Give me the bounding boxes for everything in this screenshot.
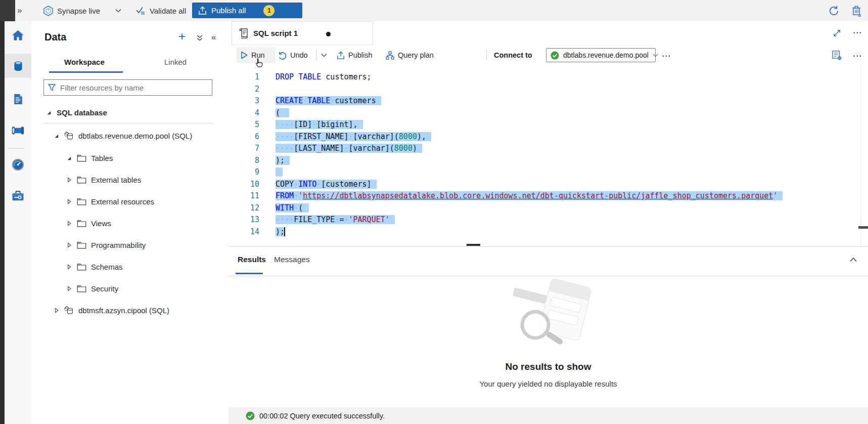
line-number: 11	[229, 190, 259, 202]
expand-arrow-icon[interactable]	[65, 286, 73, 291]
trash-icon[interactable]	[851, 0, 862, 21]
database-icon	[62, 306, 75, 315]
run-button[interactable]: Run	[241, 46, 265, 65]
toolbar-more-icon[interactable]: •••	[662, 54, 671, 59]
line-number: 3	[229, 95, 259, 107]
code-editor[interactable]: 1DROP TABLE customers;23CREATE·TABLE·cus…	[229, 65, 868, 246]
toolbar-overflow-icon[interactable]: •••	[853, 54, 862, 59]
tab-more-icon[interactable]: •••	[853, 30, 862, 35]
editor-scrollbar-track	[861, 65, 861, 246]
rail-item-monitor[interactable]	[5, 152, 31, 177]
connection-dropdown[interactable]: dbtlabs.revenue.demo.pool	[546, 48, 656, 62]
selection-highlight: ····[LAST_NAME]·[varchar](8000)	[276, 144, 422, 153]
code-line-8[interactable]: 8);	[229, 155, 868, 167]
validate-all-label: Validate all	[150, 7, 186, 15]
tree-item-dbtmsft-azsyn-cipool-sql[interactable]: dbtmsft.azsyn.cipool (SQL)	[31, 303, 248, 318]
expand-menu-icon[interactable]: »	[17, 0, 22, 21]
tree-item-security[interactable]: Security	[31, 281, 261, 296]
rail-item-integrate[interactable]	[5, 118, 31, 143]
tree-divider	[43, 123, 213, 123]
expand-arrow-icon[interactable]	[52, 308, 60, 313]
tree-item-external-tables[interactable]: External tables	[31, 172, 261, 187]
expand-arrow-icon[interactable]	[65, 221, 73, 226]
tree-item-schemas[interactable]: Schemas	[31, 259, 261, 274]
code-line-3[interactable]: 3CREATE·TABLE·customers	[229, 95, 868, 107]
query-plan-button[interactable]: Query plan	[386, 46, 434, 65]
expand-arrow-icon[interactable]	[65, 264, 73, 270]
gauge-icon	[11, 158, 25, 172]
status-bar: 00:00:02 Query executed successfully.	[229, 407, 868, 424]
window-corner-block	[0, 0, 15, 21]
publish-button[interactable]: Publish	[337, 46, 373, 65]
code-line-14[interactable]: 14);	[229, 226, 868, 238]
code-line-7[interactable]: 7····[LAST_NAME]·[varchar](8000)	[229, 143, 868, 155]
code-line-1[interactable]: 1DROP TABLE customers;	[229, 71, 868, 83]
folder-icon	[75, 263, 88, 271]
collapse-arrow-icon[interactable]	[52, 133, 60, 139]
code-line-9[interactable]: 9	[229, 166, 868, 179]
splitter-grip[interactable]	[467, 244, 480, 246]
text-cursor	[284, 227, 285, 236]
expand-editor-icon[interactable]	[833, 29, 841, 37]
empty-results-subtitle: Your query yielded no displayable result…	[229, 379, 868, 388]
collapse-arrow-icon[interactable]	[44, 110, 53, 115]
refresh-icon[interactable]	[828, 0, 840, 21]
tree-item-label: Tables	[91, 154, 113, 162]
editor-scrollbar-thumb[interactable]	[858, 226, 868, 229]
tab-messages[interactable]: Messages	[274, 255, 310, 264]
line-number: 10	[229, 179, 259, 191]
tree-item-tables[interactable]: Tables	[31, 150, 261, 165]
code-line-12[interactable]: 12WITH·(	[229, 202, 868, 215]
undo-dropdown-chevron[interactable]	[321, 46, 327, 65]
tree-item-views[interactable]: Views	[31, 216, 261, 231]
rail-item-home[interactable]	[5, 23, 31, 48]
status-message: 00:00:02 Query executed successfully.	[259, 412, 385, 420]
selection-highlight: FROM·'https://dbtlabsynapsedatalake.blob…	[276, 191, 783, 200]
selection-highlight: WITH·(	[276, 203, 309, 213]
code-line-4[interactable]: 4(	[229, 107, 868, 119]
publish-all-button[interactable]: Publish all 1	[192, 3, 302, 18]
code-line-10[interactable]: 10COPY·INTO·[customers]	[229, 179, 868, 191]
expand-arrow-icon[interactable]	[65, 177, 73, 183]
publish-all-label: Publish all	[211, 6, 246, 15]
selection-highlight: );	[276, 227, 285, 236]
tree-item-label: Schemas	[91, 263, 123, 271]
code-line-2[interactable]: 2	[229, 83, 868, 96]
tree-item-label: SQL database	[57, 108, 107, 117]
connect-to-label: Connect to	[494, 46, 532, 65]
undo-button[interactable]: Undo	[278, 46, 308, 65]
selection-highlight: ····[ID]·[bigint],	[276, 120, 363, 129]
tree-item-programmability[interactable]: Programmability	[31, 237, 261, 252]
tree-item-sql-database[interactable]: SQL database2	[31, 105, 241, 120]
line-number: 13	[229, 214, 259, 226]
document-icon	[12, 93, 24, 106]
tab-sql-script-1[interactable]: SQL script 1	[232, 21, 373, 45]
selection-highlight: CREATE·TABLE·customers	[276, 96, 381, 105]
rail-item-manage[interactable]	[5, 184, 31, 208]
code-line-13[interactable]: 13····FILE_TYPE·=·'PARQUET'	[229, 214, 868, 226]
collapse-results-icon[interactable]	[849, 257, 857, 262]
rail-item-data[interactable]	[5, 54, 31, 78]
tab-results[interactable]: Results	[238, 255, 266, 264]
result-settings-icon[interactable]	[832, 50, 842, 61]
panel-splitter[interactable]	[229, 246, 868, 247]
expand-arrow-icon[interactable]	[65, 242, 73, 248]
toolbox-icon	[11, 190, 25, 202]
expand-arrow-icon[interactable]	[65, 199, 73, 204]
selection-highlight: COPY·INTO·[customers]	[276, 180, 377, 189]
tree-item-external-resources[interactable]: External resources	[31, 194, 261, 209]
code-line-11[interactable]: 11FROM·'https://dbtlabsynapsedatalake.bl…	[229, 190, 868, 202]
selection-highlight: ····FILE_TYPE·=·'PARQUET'	[276, 215, 395, 224]
tree-item-dbtlabs-revenue-demo-pool-sql[interactable]: dbtlabs.revenue.demo.pool (SQL)	[31, 128, 248, 143]
validate-all-button[interactable]: Validate all	[135, 0, 186, 21]
workspace-switcher[interactable]: Synapse live	[43, 0, 121, 21]
collapse-arrow-icon[interactable]	[65, 155, 73, 161]
code-line-content: ····[LAST_NAME]·[varchar](8000)	[276, 143, 422, 155]
code-line-6[interactable]: 6····[FIRST_NAME]·[varchar](8000),	[229, 131, 868, 143]
workspace-name: Synapse live	[57, 7, 100, 15]
selection-highlight: );	[276, 156, 290, 165]
rail-item-develop[interactable]	[5, 87, 31, 111]
code-line-5[interactable]: 5····[ID]·[bigint],	[229, 119, 868, 131]
upload-icon	[337, 51, 345, 60]
tree-item-label: External tables	[91, 176, 141, 184]
